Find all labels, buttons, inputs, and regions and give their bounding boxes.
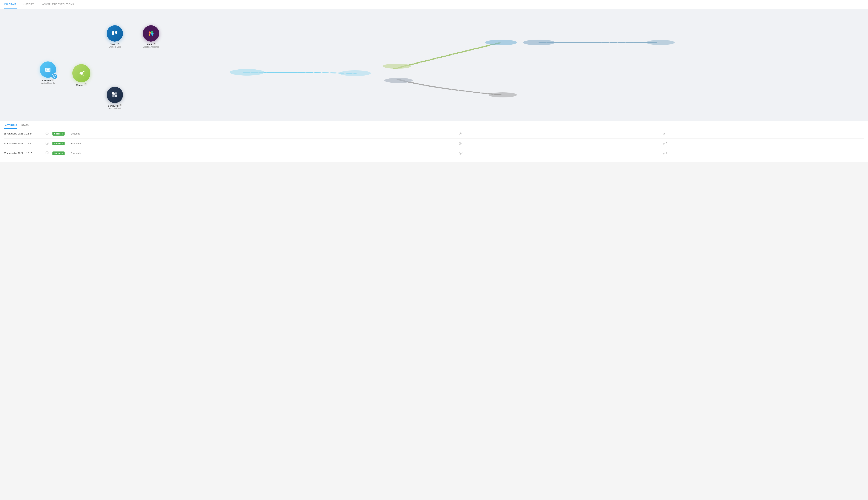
run-clock-icon: [43, 148, 50, 158]
svg-point-0: [230, 69, 264, 76]
run-date: 26 красавіка 2021 г., 12:44: [4, 129, 43, 139]
run-ops: 1: [457, 148, 661, 158]
node-trello[interactable]: Trello 4 Create a Card: [107, 25, 123, 48]
airtable-label: Airtable: [42, 79, 50, 82]
tab-incomplete[interactable]: INCOMPLETE EXECUTIONS: [40, 0, 75, 9]
svg-rect-10: [47, 69, 49, 70]
run-clock-icon: [43, 129, 50, 139]
svg-point-7: [488, 92, 517, 98]
node-sendgrid[interactable]: SendGrid 6 Send an Email: [107, 87, 123, 109]
node-airtable[interactable]: Airtable 2 Watch Records: [40, 61, 56, 84]
svg-point-1: [339, 70, 371, 76]
trello-sublabel: Create a Card: [109, 46, 121, 48]
svg-rect-36: [115, 93, 117, 95]
run-clock-icon: [43, 139, 50, 148]
run-date: 26 красавіка 2021 г., 12:15: [4, 148, 43, 158]
svg-point-2: [383, 64, 411, 69]
main-tabs: DIAGRAM HISTORY INCOMPLETE EXECUTIONS: [0, 0, 868, 9]
sendgrid-badge: 6: [119, 104, 122, 106]
node-router[interactable]: Router 3: [72, 64, 90, 87]
run-date: 26 красавіка 2021 г., 12:30: [4, 139, 43, 148]
run-ops: 1: [457, 129, 661, 139]
svg-point-5: [646, 40, 675, 45]
svg-rect-38: [115, 95, 117, 97]
svg-rect-16: [112, 31, 114, 35]
sendgrid-label: SendGrid: [108, 104, 119, 107]
run-status: Success: [50, 129, 69, 139]
table-row[interactable]: 26 красавіка 2021 г., 12:15 Success 2 se…: [4, 148, 864, 158]
svg-marker-15: [78, 72, 79, 74]
svg-point-4: [523, 39, 555, 45]
svg-rect-17: [115, 31, 117, 34]
svg-rect-35: [112, 93, 115, 95]
svg-rect-37: [112, 95, 115, 97]
svg-rect-25: [149, 32, 151, 33]
tab-history[interactable]: HISTORY: [22, 0, 35, 9]
slack-label: Slack: [146, 43, 153, 46]
table-row[interactable]: 26 красавіка 2021 г., 12:30 Success 9 se…: [4, 139, 864, 148]
slack-sublabel: Create a Message: [143, 46, 159, 48]
svg-point-6: [485, 39, 517, 45]
router-label: Router: [76, 84, 83, 87]
diagram-canvas: Airtable 2 Watch Records: [0, 9, 868, 121]
svg-point-3: [384, 78, 413, 83]
svg-point-24: [149, 34, 150, 36]
svg-rect-29: [151, 33, 154, 35]
run-ops: 1: [457, 139, 661, 148]
tab-diagram[interactable]: DIAGRAM: [4, 0, 16, 9]
run-output: 0: [661, 129, 864, 139]
run-duration: 9 seconds: [69, 139, 457, 148]
run-status: Success: [50, 139, 69, 148]
router-badge: 3: [84, 83, 87, 86]
tab-stats[interactable]: STATS: [21, 124, 29, 129]
bottom-section: LAST RUNS STATS 26 красавіка 2021 г., 12…: [0, 121, 868, 162]
runs-table: 26 красавіка 2021 г., 12:44 Success 1 se…: [4, 129, 864, 158]
run-duration: 1 second: [69, 129, 457, 139]
bottom-tabs: LAST RUNS STATS: [4, 121, 864, 129]
trello-badge: 4: [117, 43, 120, 45]
run-duration: 2 seconds: [69, 148, 457, 158]
sendgrid-sublabel: Send an Email: [108, 107, 121, 109]
run-status: Success: [50, 148, 69, 158]
slack-badge: 5: [153, 43, 156, 45]
run-output: 0: [661, 148, 864, 158]
node-slack[interactable]: Slack 5 Create a Message: [143, 25, 159, 48]
table-row[interactable]: 26 красавіка 2021 г., 12:44 Success 1 se…: [4, 129, 864, 139]
trello-label: Trello: [110, 43, 116, 46]
airtable-clock-icon: [52, 73, 57, 79]
run-output: 0: [661, 139, 864, 148]
airtable-sublabel: Watch Records: [41, 82, 55, 84]
tab-last-runs[interactable]: LAST RUNS: [4, 124, 17, 129]
